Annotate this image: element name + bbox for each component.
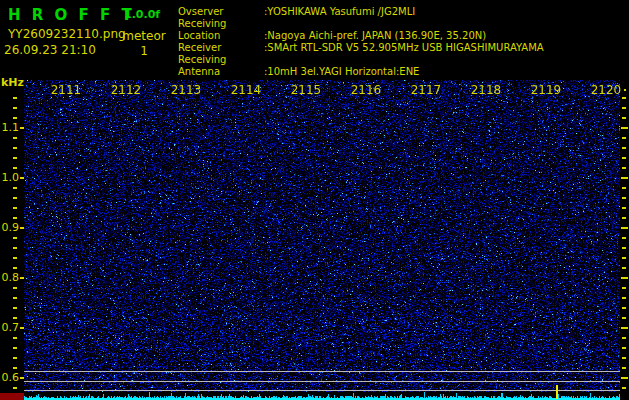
freq-minor-tick-right: [622, 117, 626, 119]
station-label: Receiving Antenna: [178, 54, 264, 78]
spectrogram-noise-field: [24, 80, 620, 400]
freq-minor-tick: [13, 147, 17, 149]
freq-major-tick-right: [621, 127, 628, 129]
freq-major-tick-right: [621, 277, 628, 279]
station-row-receiver: Receiver:SMArt RTL-SDR V5 52.905MHz USB …: [178, 42, 544, 54]
freq-minor-tick-right: [622, 387, 626, 389]
output-filename: YY2609232110.png: [8, 27, 126, 41]
freq-minor-tick: [13, 347, 17, 349]
freq-minor-tick-right: [622, 247, 626, 249]
freq-minor-tick: [13, 257, 17, 259]
freq-major-tick-right: [621, 327, 628, 329]
freq-minor-tick: [13, 317, 17, 319]
freq-minor-tick-right: [622, 217, 626, 219]
freq-minor-tick-right: [622, 237, 626, 239]
freq-minor-tick-right: [622, 307, 626, 309]
time-tick-label: 2119: [521, 83, 571, 97]
unit-count: 1: [118, 44, 170, 58]
freq-minor-tick-right: [622, 197, 626, 199]
freq-minor-tick-right: [622, 187, 626, 189]
time-tick-label: 2120: [581, 83, 629, 97]
time-tick-label: 2114: [221, 83, 271, 97]
freq-minor-tick-right: [622, 317, 626, 319]
time-tick-label: 2112: [101, 83, 151, 97]
freq-minor-tick: [13, 167, 17, 169]
freq-major-tick-right: [621, 377, 628, 379]
freq-tick-label: 1.1: [0, 121, 19, 134]
freq-minor-tick: [13, 297, 17, 299]
freq-minor-tick: [13, 387, 17, 389]
station-value: :YOSHIKAWA Yasufumi /JG2MLI: [264, 6, 415, 17]
freq-minor-tick-right: [622, 337, 626, 339]
freq-minor-tick-right: [622, 107, 626, 109]
freq-minor-tick: [13, 107, 17, 109]
mode-label: meteor: [118, 29, 170, 43]
freq-minor-tick: [13, 237, 17, 239]
freq-minor-tick: [13, 367, 17, 369]
station-label: Receiver: [178, 42, 264, 54]
time-tick-label: 2118: [461, 83, 511, 97]
freq-major-tick-right: [621, 227, 628, 229]
freq-minor-tick-right: [622, 367, 626, 369]
count-band-line-lower: [24, 390, 620, 391]
freq-minor-tick-right: [622, 357, 626, 359]
freq-minor-tick: [13, 187, 17, 189]
freq-minor-tick-right: [622, 287, 626, 289]
time-tick-label: 2115: [281, 83, 331, 97]
hrofft-window: H R O F F T 1.0.0f YY2609232110.png mete…: [0, 0, 629, 400]
time-tick-label: 2116: [341, 83, 391, 97]
freq-minor-tick-right: [622, 347, 626, 349]
station-row-location: Receiving Location:Nagoya Aichi-pref. JA…: [178, 18, 544, 42]
freq-minor-tick: [13, 247, 17, 249]
freq-minor-tick-right: [622, 147, 626, 149]
freq-tick-label: 0.7: [0, 321, 19, 334]
freq-minor-tick-right: [622, 97, 626, 99]
freq-minor-tick: [13, 97, 17, 99]
station-value: :SMArt RTL-SDR V5 52.905MHz USB HIGASHIM…: [264, 42, 544, 53]
time-tick-label: 2117: [401, 83, 451, 97]
time-tick-label: 2113: [161, 83, 211, 97]
freq-tick-label: 0.8: [0, 271, 19, 284]
freq-minor-tick: [13, 117, 17, 119]
observation-datetime: 26.09.23 21:10: [4, 43, 96, 57]
freq-minor-tick: [13, 307, 17, 309]
station-row-antenna: Receiving Antenna:10mH 3el.YAGI Horizont…: [178, 54, 544, 78]
freq-tick-label: 0.6: [0, 371, 19, 384]
freq-minor-tick: [13, 207, 17, 209]
freq-major-tick-right: [621, 177, 628, 179]
freq-minor-tick: [13, 287, 17, 289]
station-info: Ovserver:YOSHIKAWA Yasufumi /JG2MLI Rece…: [178, 6, 544, 78]
time-tick-label: 2111: [41, 83, 91, 97]
station-row-observer: Ovserver:YOSHIKAWA Yasufumi /JG2MLI: [178, 6, 544, 18]
station-value: :10mH 3el.YAGI Horizontal:ENE: [264, 66, 419, 77]
station-label: Ovserver: [178, 6, 264, 18]
echo-marker-line: [556, 385, 558, 399]
freq-minor-tick-right: [622, 267, 626, 269]
freq-minor-tick: [13, 267, 17, 269]
freq-minor-tick-right: [622, 297, 626, 299]
count-band-line-upper: [24, 371, 620, 372]
app-version: 1.0.0f: [124, 8, 160, 21]
freq-minor-tick: [13, 137, 17, 139]
freq-minor-tick: [13, 197, 17, 199]
station-value: :Nagoya Aichi-pref. JAPAN (136.90E, 35.2…: [264, 30, 486, 41]
count-band-line-middle: [24, 381, 620, 382]
freq-minor-tick-right: [622, 207, 626, 209]
freq-tick-label: 0.9: [0, 221, 19, 234]
freq-minor-tick-right: [622, 157, 626, 159]
freq-tick-label: 1.0: [0, 171, 19, 184]
freq-minor-tick-right: [622, 167, 626, 169]
station-label: Receiving Location: [178, 18, 264, 42]
freq-minor-tick: [13, 157, 17, 159]
freq-minor-tick-right: [622, 137, 626, 139]
freq-minor-tick-right: [622, 257, 626, 259]
app-title: H R O F F T: [8, 6, 135, 24]
freq-minor-tick: [13, 217, 17, 219]
freq-minor-tick: [13, 337, 17, 339]
freq-minor-tick: [13, 357, 17, 359]
corner-red-block: [0, 393, 24, 400]
freq-axis-unit: kHz: [1, 76, 24, 89]
